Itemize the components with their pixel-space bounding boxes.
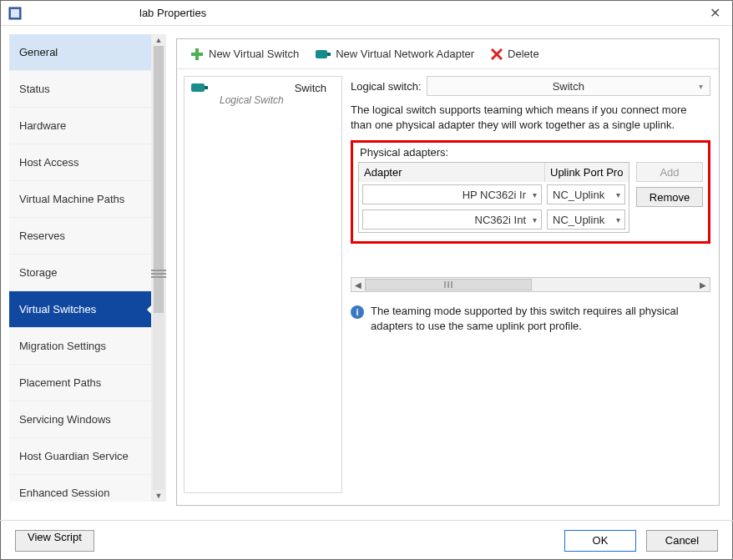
button-label: New Virtual Switch bbox=[209, 48, 299, 60]
sidebar-item-label: Host Guardian Service bbox=[19, 450, 129, 462]
sidebar-item-status[interactable]: Status bbox=[9, 71, 151, 108]
sidebar-item-label: Enhanced Session bbox=[19, 487, 109, 499]
hscroll-thumb[interactable] bbox=[365, 279, 532, 290]
description-text: The logical switch supports teaming whic… bbox=[351, 103, 710, 132]
button-label: New Virtual Network Adapter bbox=[336, 48, 474, 60]
titlebar: lab Properties ✕ bbox=[1, 1, 732, 26]
remove-button[interactable]: Remove bbox=[636, 187, 703, 207]
scroll-left-icon[interactable]: ◀ bbox=[351, 280, 365, 290]
sidebar-item-hardware[interactable]: Hardware bbox=[9, 108, 151, 144]
chevron-down-icon: ▾ bbox=[699, 82, 703, 91]
sidebar-scrollbar[interactable]: ▲ ▼ bbox=[151, 34, 166, 502]
sidebar-item-label: Host Access bbox=[19, 156, 79, 169]
scroll-grip-icon bbox=[151, 270, 166, 278]
table-row[interactable]: NC362i Int▾ NC_Uplink▾ bbox=[359, 207, 629, 232]
delete-icon bbox=[491, 48, 503, 60]
col-adapter: Adapter bbox=[359, 163, 545, 182]
sidebar-item-reserves[interactable]: Reserves bbox=[9, 218, 151, 255]
scroll-down-icon[interactable]: ▼ bbox=[155, 492, 163, 500]
grid-wrap: Adapter Uplink Port Pro HP NC362i Ir▾ NC… bbox=[358, 162, 703, 233]
grid-buttons: Add Remove bbox=[636, 162, 703, 233]
add-button[interactable]: Add bbox=[636, 162, 703, 182]
sidebar-item-virtual-switches[interactable]: Virtual Switches bbox=[9, 291, 151, 328]
group-label: Physical adapters: bbox=[360, 146, 703, 159]
panel: New Virtual Switch New Virtual Network A… bbox=[176, 38, 720, 506]
sidebar-item-host-access[interactable]: Host Access bbox=[9, 144, 151, 181]
select-value: Switch bbox=[553, 80, 584, 93]
switch-list: Switch Logical Switch bbox=[184, 76, 342, 493]
chevron-down-icon: ▾ bbox=[616, 215, 620, 225]
svg-rect-8 bbox=[191, 83, 205, 92]
right-pane: Logical switch: Switch ▾ The logical swi… bbox=[351, 76, 710, 333]
horizontal-scrollbar[interactable]: ◀ ▶ bbox=[351, 277, 710, 292]
logical-switch-select[interactable]: Switch ▾ bbox=[427, 76, 710, 96]
info-text: The teaming mode supported by this switc… bbox=[371, 304, 710, 333]
scroll-up-icon[interactable]: ▲ bbox=[155, 36, 163, 44]
sidebar-item-label: Placement Paths bbox=[19, 376, 101, 389]
info-row: i The teaming mode supported by this swi… bbox=[351, 304, 710, 333]
toolbar: New Virtual Switch New Virtual Network A… bbox=[177, 39, 719, 69]
sidebar-item-storage[interactable]: Storage bbox=[9, 255, 151, 291]
col-uplink: Uplink Port Pro bbox=[545, 163, 629, 182]
uplink-select[interactable]: NC_Uplink▾ bbox=[547, 184, 625, 204]
logical-switch-row: Logical switch: Switch ▾ bbox=[351, 76, 710, 96]
sidebar-item-enhanced[interactable]: Enhanced Session bbox=[9, 475, 151, 502]
app-icon bbox=[8, 6, 23, 21]
table-row[interactable]: HP NC362i Ir▾ NC_Uplink▾ bbox=[359, 182, 629, 207]
switch-list-item[interactable]: Switch Logical Switch bbox=[185, 77, 341, 108]
svg-rect-9 bbox=[205, 86, 208, 89]
network-card-icon bbox=[191, 82, 208, 93]
sidebar-item-hgs[interactable]: Host Guardian Service bbox=[9, 438, 151, 475]
view-script-button[interactable]: View Script bbox=[15, 530, 94, 552]
button-label: Delete bbox=[508, 48, 539, 60]
adapter-icon bbox=[316, 48, 331, 60]
sidebar-item-label: Virtual Switches bbox=[19, 303, 96, 315]
switch-name: Switch bbox=[191, 82, 333, 94]
sidebar-item-label: Virtual Machine Paths bbox=[19, 193, 124, 205]
svg-rect-5 bbox=[327, 53, 331, 56]
chevron-down-icon: ▾ bbox=[533, 190, 537, 199]
main: New Virtual Switch New Virtual Network A… bbox=[166, 26, 732, 510]
plus-icon bbox=[190, 48, 204, 61]
hscroll-track[interactable] bbox=[365, 279, 696, 290]
adapter-select[interactable]: NC362i Int▾ bbox=[362, 209, 542, 230]
sidebar: General Status Hardware Host Access Virt… bbox=[9, 34, 151, 502]
adapter-grid: Adapter Uplink Port Pro HP NC362i Ir▾ NC… bbox=[358, 162, 629, 233]
sidebar-item-label: Status bbox=[19, 83, 50, 95]
sidebar-item-vm-paths[interactable]: Virtual Machine Paths bbox=[9, 181, 151, 218]
grid-body: HP NC362i Ir▾ NC_Uplink▾ NC362i Int▾ NC_… bbox=[359, 182, 629, 232]
physical-adapters-group: Physical adapters: Adapter Uplink Port P… bbox=[351, 140, 710, 244]
chevron-down-icon: ▾ bbox=[533, 215, 537, 225]
body: General Status Hardware Host Access Virt… bbox=[1, 26, 732, 510]
sidebar-item-label: Servicing Windows bbox=[19, 413, 111, 426]
grid-header: Adapter Uplink Port Pro bbox=[359, 163, 629, 182]
new-switch-button[interactable]: New Virtual Switch bbox=[185, 46, 304, 63]
sidebar-item-servicing[interactable]: Servicing Windows bbox=[9, 401, 151, 438]
sidebar-item-label: Reserves bbox=[19, 230, 65, 242]
chevron-down-icon: ▾ bbox=[616, 190, 620, 199]
new-adapter-button[interactable]: New Virtual Network Adapter bbox=[311, 46, 479, 62]
sidebar-item-general[interactable]: General bbox=[9, 34, 151, 71]
logical-switch-label: Logical switch: bbox=[351, 80, 422, 93]
uplink-select[interactable]: NC_Uplink▾ bbox=[547, 209, 625, 230]
scroll-right-icon[interactable]: ▶ bbox=[696, 280, 710, 290]
sidebar-wrap: General Status Hardware Host Access Virt… bbox=[1, 26, 166, 510]
cancel-button[interactable]: Cancel bbox=[646, 530, 718, 552]
sidebar-item-migration[interactable]: Migration Settings bbox=[9, 328, 151, 365]
sidebar-item-label: Storage bbox=[19, 266, 58, 279]
scroll-track[interactable] bbox=[153, 46, 164, 490]
delete-button[interactable]: Delete bbox=[486, 46, 544, 62]
close-icon[interactable]: ✕ bbox=[704, 5, 725, 21]
svg-rect-1 bbox=[11, 9, 19, 18]
sidebar-item-label: Migration Settings bbox=[19, 340, 106, 352]
sidebar-item-placement[interactable]: Placement Paths bbox=[9, 365, 151, 401]
footer: View Script OK Cancel bbox=[0, 520, 733, 560]
ok-button[interactable]: OK bbox=[564, 530, 636, 552]
info-icon: i bbox=[351, 305, 364, 319]
switch-subtitle: Logical Switch bbox=[191, 94, 333, 106]
adapter-select[interactable]: HP NC362i Ir▾ bbox=[362, 184, 542, 204]
grip-icon bbox=[444, 281, 452, 288]
sidebar-item-label: Hardware bbox=[19, 119, 66, 132]
window-title: lab Properties bbox=[139, 7, 206, 19]
svg-rect-3 bbox=[191, 53, 203, 56]
